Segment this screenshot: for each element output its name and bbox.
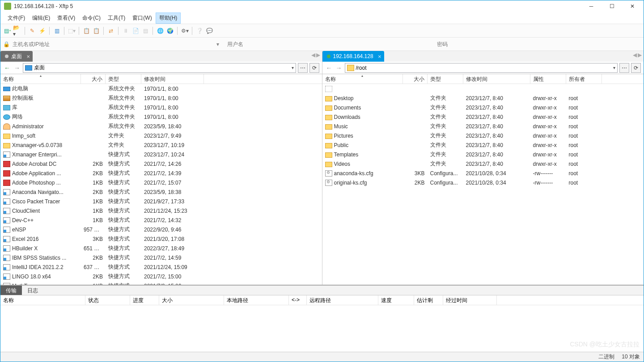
col-mtime[interactable]: 修改时间	[463, 74, 530, 84]
file-row[interactable]: Xmanager-v5.0.0738文件夹2023/12/7, 10:19	[0, 140, 322, 150]
transfer-col[interactable]: 远程路径	[307, 295, 378, 305]
pause-button[interactable]: ⏸	[121, 26, 130, 35]
tab-prev-icon[interactable]: ◀	[633, 52, 637, 58]
file-row[interactable]: Anaconda Navigato...2KB快捷方式2023/5/9, 18:…	[0, 187, 322, 197]
transfer-list[interactable]	[0, 305, 644, 352]
transfer-button[interactable]: ⇄	[106, 26, 115, 35]
up-button[interactable]: ⋯	[619, 63, 629, 73]
file-row[interactable]: Documents文件夹2023/12/7, 8:40drwxr-xr-xroo…	[322, 103, 644, 112]
file-row[interactable]: Excel 20163KB快捷方式2021/3/20, 17:08	[0, 234, 322, 244]
transfer-col[interactable]: 进度	[130, 295, 159, 305]
copy-button[interactable]: 📄	[131, 26, 140, 35]
file-row[interactable]: IntelliJ IDEA 2021.2.2637 Bytes快捷方式2021/…	[0, 262, 322, 272]
file-row[interactable]: Downloads文件夹2023/12/7, 8:40drwxr-xr-xroo…	[322, 112, 644, 122]
file-row[interactable]: Cisco Packet Tracer1KB快捷方式2021/9/27, 17:…	[0, 197, 322, 206]
local-file-list[interactable]: 此电脑系统文件夹1970/1/1, 8:00控制面板系统文件夹1970/1/1,…	[0, 84, 322, 285]
file-row[interactable]: IBM SPSS Statistics ...2KB快捷方式2021/7/2, …	[0, 253, 322, 262]
col-mtime[interactable]: 修改时间	[141, 74, 204, 84]
clip2-button[interactable]: 📋	[92, 26, 101, 35]
col-name[interactable]: 名称▴	[0, 74, 81, 84]
remote-file-list[interactable]: Desktop文件夹2023/12/7, 8:40drwxr-xr-xrootD…	[322, 84, 644, 285]
col-size[interactable]: 大小	[81, 74, 106, 84]
menu-item[interactable]: 窗口(W)	[129, 13, 155, 24]
transfer-col[interactable]: 估计剩余...	[414, 295, 443, 305]
col-attr[interactable]: 属性	[530, 74, 566, 84]
globe1-icon[interactable]: 🌐	[156, 26, 165, 35]
panes-button[interactable]: ▥	[52, 26, 61, 35]
log-tab[interactable]: 日志	[22, 286, 43, 295]
file-row[interactable]: Administrator系统文件夹2023/5/9, 18:40	[0, 122, 322, 131]
back-button[interactable]: ←	[325, 64, 333, 72]
menu-item[interactable]: 文件(F)	[4, 13, 29, 24]
transfer-col[interactable]: 状态	[85, 295, 130, 305]
transfer-col[interactable]: 经过时间	[443, 295, 497, 305]
local-path[interactable]: 桌面▾	[23, 63, 296, 73]
file-row[interactable]: 库系统文件夹1970/1/1, 8:00	[0, 103, 322, 112]
file-row[interactable]: 网络系统文件夹1970/1/1, 8:00	[0, 112, 322, 122]
minimize-button[interactable]: ─	[581, 0, 602, 12]
password-input[interactable]	[434, 41, 641, 47]
forward-button[interactable]: →	[335, 64, 343, 72]
file-row[interactable]: eNSP957 Bytes快捷方式2022/9/20, 9:46	[0, 225, 322, 234]
transfer-tab[interactable]: 传输	[0, 286, 22, 295]
close-button[interactable]: ✕	[622, 0, 643, 12]
globe2-icon[interactable]: 🌍	[165, 26, 174, 35]
file-row[interactable]: Adobe Photoshop ...1KB快捷方式2021/7/2, 15:0…	[0, 178, 322, 187]
maximize-button[interactable]: ☐	[602, 0, 622, 12]
refresh-button[interactable]: ⟳	[309, 63, 319, 73]
col-size[interactable]: 大小	[403, 74, 428, 84]
col-name[interactable]: 名称▴	[322, 74, 403, 84]
file-row[interactable]: anaconda-ks.cfg3KBConfigura...2021/10/28…	[322, 168, 644, 178]
address-dropdown[interactable]: ▾	[216, 41, 222, 47]
col-owner[interactable]: 所有者	[566, 74, 602, 84]
tab-next-icon[interactable]: ▶	[638, 52, 642, 58]
file-row[interactable]: Adobe Application ...2KB快捷方式2021/7/2, 14…	[0, 168, 322, 178]
file-row[interactable]: CloudClient1KB快捷方式2021/12/24, 15:23	[0, 206, 322, 215]
file-row[interactable]: Templates文件夹2023/12/7, 8:40drwxr-xr-xroo…	[322, 150, 644, 159]
close-icon[interactable]: ×	[378, 53, 381, 60]
menu-item[interactable]: 工具(T)	[104, 13, 129, 24]
forward-button[interactable]: →	[13, 64, 21, 72]
file-row[interactable]	[322, 84, 644, 93]
settings-button[interactable]: ⚙▾	[180, 26, 189, 35]
file-row[interactable]: HBuilder X651 Bytes快捷方式2022/3/27, 18:49	[0, 244, 322, 253]
menu-item[interactable]: 命令(C)	[79, 13, 104, 24]
remote-path[interactable]: /root▾	[345, 63, 618, 73]
open-button[interactable]: 📂▾	[13, 26, 22, 35]
menu-item[interactable]: 帮助(H)	[156, 13, 181, 24]
address-input[interactable]	[13, 41, 214, 47]
file-row[interactable]: Adobe Acrobat DC2KB快捷方式2021/7/2, 14:26	[0, 159, 322, 168]
tab-next-icon[interactable]: ▶	[316, 52, 320, 58]
file-row[interactable]: Videos文件夹2023/12/7, 8:40drwxr-xr-xroot	[322, 159, 644, 168]
file-row[interactable]: Xmanager Enterpri...快捷方式2023/12/7, 10:24	[0, 150, 322, 159]
edit-button[interactable]: ✎	[28, 26, 37, 35]
refresh-button[interactable]: ⟳	[631, 63, 641, 73]
file-row[interactable]: Dev-C++1KB快捷方式2021/7/2, 14:32	[0, 215, 322, 225]
local-tab[interactable]: 桌面×	[0, 51, 33, 62]
file-row[interactable]: 控制面板系统文件夹1970/1/1, 8:00	[0, 93, 322, 103]
chat-button[interactable]: 💬	[205, 26, 214, 35]
up-button[interactable]: ⋯	[298, 63, 308, 73]
prev-button[interactable]: ⬚▾	[67, 26, 76, 35]
transfer-col[interactable]: 名称	[0, 295, 85, 305]
file-row[interactable]: Pictures文件夹2023/12/7, 8:40drwxr-xr-xroot	[322, 131, 644, 140]
file-row[interactable]: original-ks.cfg2KBConfigura...2021/10/28…	[322, 178, 644, 187]
term-button[interactable]: ▤	[141, 26, 150, 35]
help-button[interactable]: ❔	[195, 26, 204, 35]
back-button[interactable]: ←	[3, 64, 11, 72]
file-row[interactable]: Desktop文件夹2023/12/7, 8:40drwxr-xr-xroot	[322, 93, 644, 103]
file-row[interactable]: 此电脑系统文件夹1970/1/1, 8:00	[0, 84, 322, 93]
transfer-col[interactable]: 大小	[159, 295, 224, 305]
col-type[interactable]: 类型	[106, 74, 141, 84]
clip1-button[interactable]: 📋	[82, 26, 91, 35]
transfer-col[interactable]: <->	[289, 295, 307, 305]
menu-item[interactable]: 编辑(E)	[29, 13, 54, 24]
menu-item[interactable]: 查看(V)	[54, 13, 79, 24]
wand-button[interactable]: ⚡	[38, 26, 47, 35]
file-row[interactable]: lnmp_soft文件夹2023/12/7, 9:49	[0, 131, 322, 140]
tab-prev-icon[interactable]: ◀	[311, 52, 315, 58]
file-row[interactable]: LINGO 18.0 x642KB快捷方式2021/7/2, 15:00	[0, 272, 322, 281]
transfer-col[interactable]: 速度	[378, 295, 414, 305]
transfer-col[interactable]: 本地路径	[224, 295, 289, 305]
file-row[interactable]: Public文件夹2023/12/7, 8:40drwxr-xr-xroot	[322, 140, 644, 150]
